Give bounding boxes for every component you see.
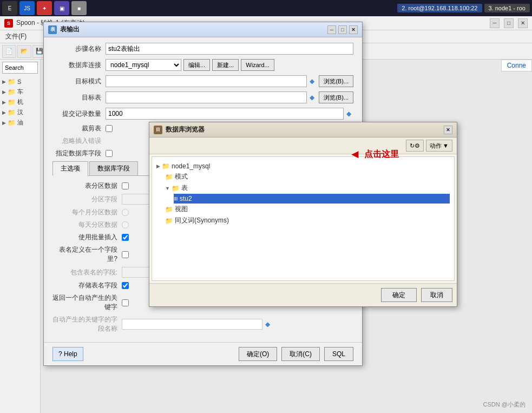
ok-button[interactable]: 确定(O) (239, 347, 277, 361)
db-tree-views[interactable]: 📁 视图 (165, 204, 450, 215)
table-output-maximize[interactable]: □ (338, 25, 347, 34)
db-cancel-button[interactable]: 取消 (421, 288, 452, 302)
arrow-right-icon-4: ▶ (2, 110, 6, 115)
help-button[interactable]: ? Help (52, 347, 83, 361)
left-tree: ▶ 📁 S ▶ 📁 车 ▶ 📁 机 ▶ 📁 汉 ▶ 📁 (0, 76, 40, 129)
db-tree-tables[interactable]: ▼ 📁 表 (165, 182, 450, 194)
edit-button[interactable]: 编辑... (183, 59, 210, 71)
left-panel: ▶ 📁 S ▶ 📁 车 ▶ 📁 机 ▶ 📁 汉 ▶ 📁 (0, 60, 41, 413)
left-tree-item-5[interactable]: ▶ 📁 油 (1, 117, 39, 128)
views-folder-icon: 📁 (165, 206, 173, 213)
tab-main[interactable]: 主选项 (52, 161, 88, 176)
tab-db-field[interactable]: 数据库字段 (89, 161, 138, 175)
target-mode-label: 目标模式 (52, 77, 101, 86)
partition-data-label: 表分区数据 (52, 181, 117, 191)
toolbar-btn-1[interactable]: 📄 (2, 45, 16, 58)
schema-label: 模式 (175, 172, 188, 181)
sql-button[interactable]: SQL (324, 347, 353, 361)
tree-label-5: 油 (17, 119, 23, 127)
daily-partition-label: 每天分区数据 (52, 220, 117, 230)
db-tree-synonyms[interactable]: 📁 同义词(Synonyms) (165, 215, 450, 226)
folder-icon-3: 📁 (8, 99, 16, 106)
action-dropdown-icon: ▼ (443, 142, 449, 149)
db-connection-select[interactable]: node1_mysql (106, 59, 181, 71)
left-tree-item-3[interactable]: ▶ 📁 机 (1, 97, 39, 107)
bulk-insert-checkbox[interactable] (122, 234, 129, 241)
watermark: CSDN @小柔的 (483, 401, 526, 409)
auto-key-field-input[interactable] (122, 319, 262, 330)
taskbar-icon-app2[interactable]: ▣ (54, 1, 69, 15)
table-output-dialog-icon: 表 (48, 25, 57, 34)
maximize-button[interactable]: □ (504, 18, 514, 28)
left-tree-item-2[interactable]: ▶ 📁 车 (1, 87, 39, 97)
refresh-button[interactable]: ↻⚙ (406, 140, 424, 152)
left-tree-item-4[interactable]: ▶ 📁 汉 (1, 107, 39, 117)
taskbar-icon-edge[interactable]: E (2, 1, 17, 15)
include-table-field-label: 包含表名的字段: (52, 268, 117, 277)
commit-size-row: 提交记录数量 ◆ (52, 108, 353, 120)
table-output-close[interactable]: ✕ (349, 25, 358, 34)
taskbar-icon-app3[interactable]: ■ (71, 1, 87, 15)
table-in-field-label: 表名定义在一个字段里? (52, 245, 117, 264)
db-tree-area: ▶ 📁 node1_mysql 📁 模式 ▼ 📁 表 ⊞ stu2 (152, 156, 455, 281)
db-root-label: node1_mysql (172, 162, 210, 170)
return-key-checkbox[interactable] (122, 299, 129, 306)
step-name-input[interactable] (106, 43, 353, 55)
minimize-button[interactable]: ─ (490, 18, 500, 28)
root-expand-icon: ▶ (156, 163, 160, 169)
target-table-input[interactable] (106, 91, 307, 103)
synonyms-label: 同义词(Synonyms) (175, 216, 229, 225)
taskbar: E JS ✦ ▣ ■ 2. root@192.168.118.100:22 3.… (0, 0, 532, 16)
stu2-label: stu2 (180, 195, 192, 202)
wizard-button[interactable]: Wizard... (241, 59, 274, 71)
db-browser-footer: 确定 取消 (149, 283, 457, 306)
db-ok-button[interactable]: 确定 (381, 288, 417, 302)
table-output-controls: ─ □ ✕ (327, 25, 358, 34)
browse-b1-button[interactable]: 浏览(B)... (319, 75, 353, 87)
table-in-field-checkbox[interactable] (122, 251, 129, 258)
connect-label: Conne (501, 60, 532, 71)
db-tree-schema[interactable]: 📁 模式 (165, 171, 450, 182)
db-browser-titlebar: 目 数据库浏览器 ✕ (149, 122, 457, 137)
search-box (0, 60, 40, 76)
taskbar-icon-app1[interactable]: ✦ (37, 1, 52, 15)
daily-partition-radio[interactable] (122, 221, 129, 228)
browse-b2-button[interactable]: 浏览(B)... (319, 91, 353, 103)
taskbar-icon-code[interactable]: JS (19, 1, 35, 15)
taskbar-session1[interactable]: 2. root@192.168.118.100:22 (397, 4, 482, 12)
views-label: 视图 (175, 205, 188, 214)
table-output-minimize[interactable]: ─ (327, 25, 336, 34)
target-mode-diamond[interactable]: ◆ (307, 76, 317, 86)
close-button[interactable]: ✕ (518, 18, 528, 28)
target-table-diamond[interactable]: ◆ (307, 93, 317, 102)
db-browser-toolbar: ↻⚙ 动作 ▼ (149, 137, 457, 154)
menu-file[interactable]: 文件(F) (2, 31, 30, 42)
partition-data-checkbox[interactable] (122, 182, 129, 189)
store-table-field-checkbox[interactable] (122, 282, 129, 289)
specify-db-field-checkbox[interactable] (106, 150, 113, 157)
ignore-errors-label: 忽略插入错误 (52, 136, 101, 146)
monthly-partition-radio[interactable] (122, 209, 129, 216)
cancel-button[interactable]: 取消(C) (281, 347, 320, 361)
action-label: 动作 (430, 142, 442, 150)
search-input[interactable] (2, 62, 38, 74)
commit-size-input[interactable] (106, 108, 344, 120)
truncate-checkbox[interactable] (106, 125, 113, 132)
table-output-title: 表输出 (60, 25, 80, 34)
commit-size-diamond[interactable]: ◆ (344, 109, 353, 119)
db-tree-root[interactable]: ▶ 📁 node1_mysql (156, 161, 450, 171)
db-tree-stu2[interactable]: ⊞ stu2 (174, 194, 450, 204)
root-folder-icon: 📁 (162, 162, 170, 170)
db-browser-close[interactable]: ✕ (444, 126, 452, 134)
toolbar-btn-2[interactable]: 📂 (17, 45, 31, 58)
left-tree-item-1[interactable]: ▶ 📁 S (1, 77, 39, 87)
bulk-insert-label: 使用批量插入 (52, 233, 117, 242)
auto-key-field-row: 自动产生的关键字的字段名称 ◆ (52, 315, 353, 333)
taskbar-session2[interactable]: 3. node1 - roo (484, 4, 530, 12)
tree-label-1: S (17, 78, 21, 85)
folder-icon-2: 📁 (8, 88, 16, 96)
new-button[interactable]: 新建... (212, 59, 239, 71)
target-mode-input[interactable] (106, 75, 307, 87)
auto-key-diamond[interactable]: ◆ (262, 319, 272, 329)
action-button[interactable]: 动作 ▼ (426, 140, 452, 152)
